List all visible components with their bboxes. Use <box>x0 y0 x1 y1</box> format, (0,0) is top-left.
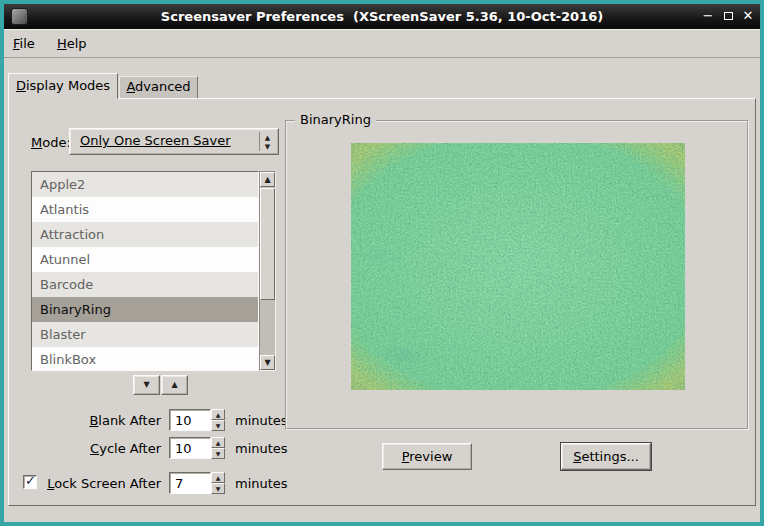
list-item-Atlantis[interactable]: Atlantis <box>32 197 258 222</box>
window-title: Screensaver Preferences (XScreenSaver 5.… <box>4 4 760 29</box>
mode-label: Mode: <box>31 135 71 150</box>
blank-after-spin-buttons: ▲ ▼ <box>211 409 225 431</box>
titlebar: Screensaver Preferences (XScreenSaver 5.… <box>4 4 760 29</box>
spin-up-icon: ▲ <box>216 411 221 418</box>
menu-help[interactable]: Help <box>48 29 96 54</box>
lock-after-unit: minutes <box>235 476 288 491</box>
scrollbar-thumb[interactable] <box>260 188 275 300</box>
preview-noise-texture <box>351 143 685 390</box>
combo-down-icon: ▼ <box>260 143 275 152</box>
lock-after-increment-button[interactable]: ▲ <box>211 472 225 483</box>
menubar: File Help <box>4 29 760 58</box>
blank-after-unit: minutes <box>235 413 288 428</box>
scrollbar-up-button[interactable]: ▲ <box>260 172 275 187</box>
cycle-after-spin-buttons: ▲ ▼ <box>211 437 225 459</box>
preview-button[interactable]: Preview <box>382 443 472 470</box>
cycle-after-label: Cycle After <box>9 441 161 456</box>
lock-screen-after-label: Lock Screen After <box>9 476 161 491</box>
list-item-Atunnel[interactable]: Atunnel <box>32 247 258 272</box>
lock-after-spinner: ▲ ▼ <box>169 472 227 494</box>
list-item-Blaster[interactable]: Blaster <box>32 322 258 347</box>
tab-display-modes[interactable]: Display Modes <box>8 73 118 99</box>
cycle-after-decrement-button[interactable]: ▼ <box>211 448 225 459</box>
preview-frame: BinaryRing <box>285 120 749 430</box>
blank-after-increment-button[interactable]: ▲ <box>211 409 225 420</box>
spin-down-icon: ▼ <box>216 422 221 429</box>
minimize-button[interactable]: − <box>698 4 718 29</box>
cycle-after-input[interactable] <box>169 437 211 459</box>
list-item-BinaryRing[interactable]: BinaryRing <box>32 297 258 322</box>
next-saver-button[interactable]: ▼ <box>133 375 160 395</box>
close-icon: ✕ <box>743 8 754 23</box>
menu-file[interactable]: File <box>4 29 44 54</box>
spin-up-icon: ▲ <box>216 474 221 481</box>
maximize-icon <box>724 12 733 20</box>
mode-select-value: Only One Screen Saver <box>80 133 231 148</box>
blank-after-decrement-button[interactable]: ▼ <box>211 420 225 431</box>
cycle-after-spinner: ▲ ▼ <box>169 437 227 459</box>
tab-advanced[interactable]: Advanced <box>119 76 198 98</box>
xscreensaver-preferences-window: Screensaver Preferences (XScreenSaver 5.… <box>0 0 764 526</box>
saver-list-scrollbar[interactable]: ▲ ▼ <box>259 171 276 371</box>
scroll-up-icon: ▲ <box>264 175 270 184</box>
close-button[interactable]: ✕ <box>738 4 758 29</box>
blank-after-label: Blank After <box>9 413 161 428</box>
spin-up-icon: ▲ <box>216 439 221 446</box>
blank-after-input[interactable] <box>169 409 211 431</box>
preview-frame-label: BinaryRing <box>295 112 376 127</box>
lock-after-spin-buttons: ▲ ▼ <box>211 472 225 494</box>
list-item-Attraction[interactable]: Attraction <box>32 222 258 247</box>
cycle-after-unit: minutes <box>235 441 288 456</box>
list-item-BlinkBox[interactable]: BlinkBox <box>32 347 258 371</box>
lock-after-decrement-button[interactable]: ▼ <box>211 483 225 494</box>
minimize-icon: − <box>703 8 714 23</box>
display-modes-panel: Mode: Only One Screen Saver ▲ ▼ Apple2At… <box>8 98 756 506</box>
up-arrow-icon: ▲ <box>171 380 177 389</box>
screensaver-preview-image <box>351 143 685 390</box>
combo-arrows-icon: ▲ ▼ <box>259 132 275 151</box>
spin-down-icon: ▼ <box>216 485 221 492</box>
saver-list[interactable]: Apple2AtlantisAttractionAtunnelBarcodeBi… <box>31 171 259 371</box>
spin-down-icon: ▼ <box>216 450 221 457</box>
lock-after-input[interactable] <box>169 472 211 494</box>
settings-button[interactable]: Settings... <box>561 443 651 470</box>
mode-select[interactable]: Only One Screen Saver ▲ ▼ <box>69 128 279 155</box>
maximize-button[interactable] <box>718 4 738 29</box>
down-arrow-icon: ▼ <box>143 380 149 389</box>
scrollbar-down-button[interactable]: ▼ <box>260 355 275 370</box>
previous-saver-button[interactable]: ▲ <box>161 375 188 395</box>
blank-after-spinner: ▲ ▼ <box>169 409 227 431</box>
cycle-after-increment-button[interactable]: ▲ <box>211 437 225 448</box>
combo-up-icon: ▲ <box>260 134 275 143</box>
list-item-Barcode[interactable]: Barcode <box>32 272 258 297</box>
scroll-down-icon: ▼ <box>264 358 270 367</box>
list-item-Apple2[interactable]: Apple2 <box>32 172 258 197</box>
